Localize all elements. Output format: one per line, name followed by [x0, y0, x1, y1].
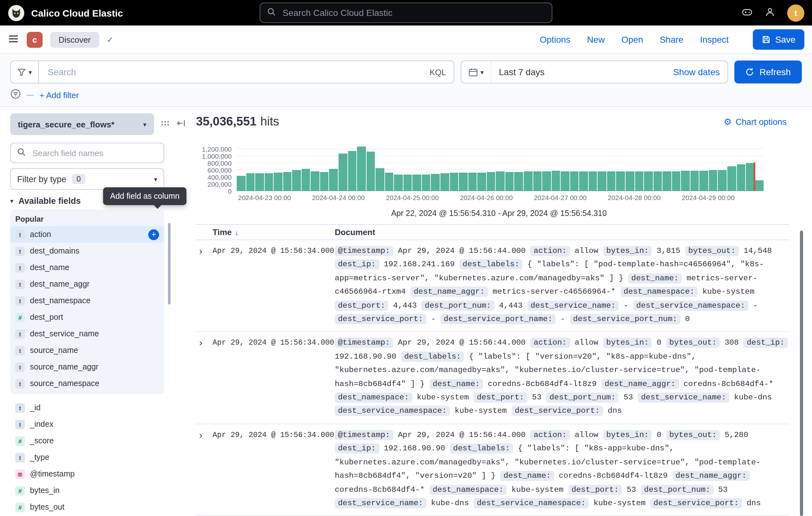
doc-field-name[interactable]: dest_namespace:	[335, 392, 412, 403]
query-input-box[interactable]: KQL	[38, 60, 454, 83]
global-search[interactable]	[260, 3, 552, 23]
field-item-bytes_in[interactable]: #bytes_in	[10, 482, 164, 499]
chart-bar[interactable]	[681, 171, 690, 191]
field-item-_id[interactable]: t_id	[10, 400, 164, 416]
saved-query-menu-button[interactable]: ▾	[10, 60, 38, 83]
chart-bar[interactable]	[311, 171, 319, 191]
doc-field-name[interactable]: action:	[530, 430, 570, 440]
chart-bar[interactable]	[496, 172, 505, 191]
chart-bar[interactable]	[505, 172, 514, 191]
global-search-input[interactable]	[281, 7, 545, 19]
chart-bar[interactable]	[357, 146, 366, 191]
doc-field-name[interactable]: bytes_in:	[603, 246, 652, 256]
chart-bar[interactable]	[237, 176, 245, 191]
index-pattern-picker[interactable]: tigera_secure_ee_flows* ▾	[10, 113, 154, 135]
chart-bar[interactable]	[551, 171, 560, 191]
save-button[interactable]: Save	[753, 29, 804, 50]
chart-bar[interactable]	[413, 174, 421, 191]
chart-bar[interactable]	[302, 169, 310, 191]
chart-bar[interactable]	[672, 171, 680, 191]
chart-bar[interactable]	[246, 173, 255, 191]
chart-bar[interactable]	[616, 172, 625, 191]
field-item-dest_name[interactable]: tdest_name	[10, 259, 164, 276]
open-button[interactable]: Open	[621, 34, 643, 45]
field-search-input[interactable]	[31, 147, 158, 158]
chart-bar[interactable]	[375, 168, 384, 191]
share-button[interactable]: Share	[660, 34, 684, 45]
doc-field-name[interactable]: dest_port:	[473, 392, 527, 403]
field-item-dest_name_aggr[interactable]: tdest_name_aggr	[10, 276, 164, 292]
chart-bar[interactable]	[515, 172, 523, 191]
menu-icon[interactable]	[8, 33, 19, 46]
chart-bar[interactable]	[755, 180, 764, 191]
chart-bar[interactable]	[663, 171, 671, 191]
doc-field-name[interactable]: dest_ip:	[744, 338, 788, 348]
chart-bar[interactable]	[292, 170, 301, 191]
doc-field-name[interactable]: dest_ip:	[335, 260, 379, 270]
breadcrumb[interactable]: Discover	[50, 31, 99, 48]
chart-bar[interactable]	[422, 174, 431, 191]
doc-field-name[interactable]: dest_port_num:	[422, 300, 494, 310]
filter-by-type[interactable]: Filter by type 0 ▾	[10, 168, 164, 190]
field-item-source_name_aggr[interactable]: tsource_name_aggr	[10, 359, 164, 375]
doc-field-name[interactable]: action:	[530, 338, 570, 348]
field-search-box[interactable]	[10, 143, 164, 163]
chart-bar[interactable]	[736, 164, 745, 191]
chart-bar[interactable]	[626, 171, 634, 191]
field-item-dest_namespace[interactable]: tdest_namespace	[10, 292, 164, 309]
doc-field-name[interactable]: bytes_out:	[685, 246, 739, 256]
field-item-action[interactable]: taction+	[10, 226, 164, 243]
doc-field-name[interactable]: dest_service_namespace:	[473, 498, 589, 508]
chart-bar[interactable]	[524, 171, 532, 191]
space-badge[interactable]: c	[27, 31, 42, 48]
chart-bar[interactable]	[348, 151, 356, 191]
chart-bar[interactable]	[570, 171, 578, 191]
add-field-as-column-button[interactable]: +	[148, 229, 159, 240]
chart-bar[interactable]	[431, 174, 440, 191]
chart-bar[interactable]	[598, 171, 606, 191]
doc-field-name[interactable]: dest_service_name:	[527, 300, 619, 310]
doc-field-name[interactable]: dest_labels:	[460, 260, 522, 270]
chart-bar[interactable]	[320, 172, 329, 191]
doc-field-name[interactable]: @timestamp:	[335, 430, 393, 440]
doc-field-name[interactable]: dest_service_name:	[335, 498, 426, 508]
controller-icon[interactable]	[742, 6, 753, 20]
doc-field-name[interactable]: dest_service_port:	[650, 498, 742, 508]
doc-field-name[interactable]: dest_service_namespace:	[633, 300, 748, 310]
doc-field-name[interactable]: dest_namespace:	[429, 485, 506, 495]
time-range-value[interactable]: Last 7 days	[491, 67, 544, 77]
kql-toggle[interactable]: KQL	[430, 67, 446, 77]
chart-bar[interactable]	[273, 173, 282, 191]
doc-field-name[interactable]: @timestamp:	[335, 338, 393, 348]
chart-bar[interactable]	[533, 171, 542, 191]
chart-bar[interactable]	[403, 175, 412, 191]
histogram-chart[interactable]: 0200,000400,000600,000800,0001,000,0001,…	[237, 145, 764, 191]
doc-field-name[interactable]: bytes_in:	[603, 338, 652, 348]
expand-row-button[interactable]: ›	[196, 245, 212, 326]
doc-field-name[interactable]: dest_labels:	[450, 444, 513, 454]
collapse-sidebar-icon[interactable]	[176, 118, 186, 130]
main-scrollbar[interactable]	[800, 230, 803, 516]
chart-bar[interactable]	[394, 174, 403, 191]
doc-field-name[interactable]: bytes_in:	[603, 430, 652, 440]
chart-bar[interactable]	[459, 173, 467, 191]
doc-field-name[interactable]: dest_port_num:	[546, 392, 619, 403]
doc-field-name[interactable]: dest_port:	[335, 300, 388, 310]
chart-bar[interactable]	[700, 171, 708, 191]
chart-bar[interactable]	[635, 171, 643, 191]
chart-bar[interactable]	[589, 171, 597, 191]
user-avatar[interactable]: t	[787, 4, 804, 21]
doc-field-name[interactable]: dest_service_port_num:	[570, 314, 680, 324]
expand-row-button[interactable]: ›	[196, 337, 212, 418]
field-item-bytes_out[interactable]: #bytes_out	[10, 499, 164, 515]
doc-field-name[interactable]: action:	[530, 246, 570, 256]
expand-row-button[interactable]: ›	[196, 429, 212, 511]
field-item-dest_port[interactable]: #dest_port	[10, 309, 164, 326]
chart-bar[interactable]	[450, 173, 458, 191]
inspect-button[interactable]: Inspect	[700, 34, 729, 45]
doc-field-name[interactable]: dest_service_name:	[638, 392, 729, 403]
query-input[interactable]	[47, 66, 430, 78]
doc-field-name[interactable]: dest_service_port_name:	[440, 314, 555, 324]
doc-field-name[interactable]: dest_service_namespace:	[335, 406, 450, 416]
doc-field-name[interactable]: @timestamp:	[335, 246, 393, 256]
